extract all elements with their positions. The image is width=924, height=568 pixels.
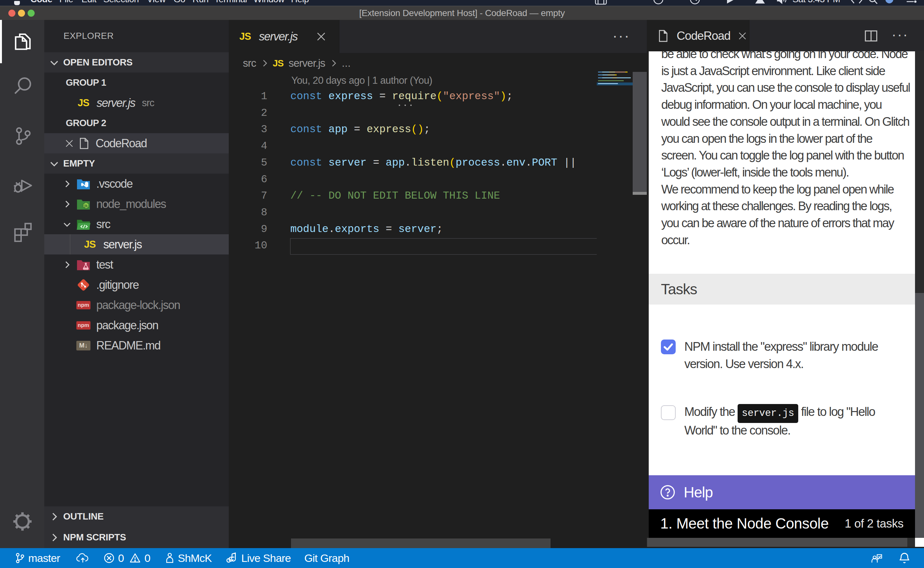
svg-text:js: js xyxy=(84,203,87,208)
